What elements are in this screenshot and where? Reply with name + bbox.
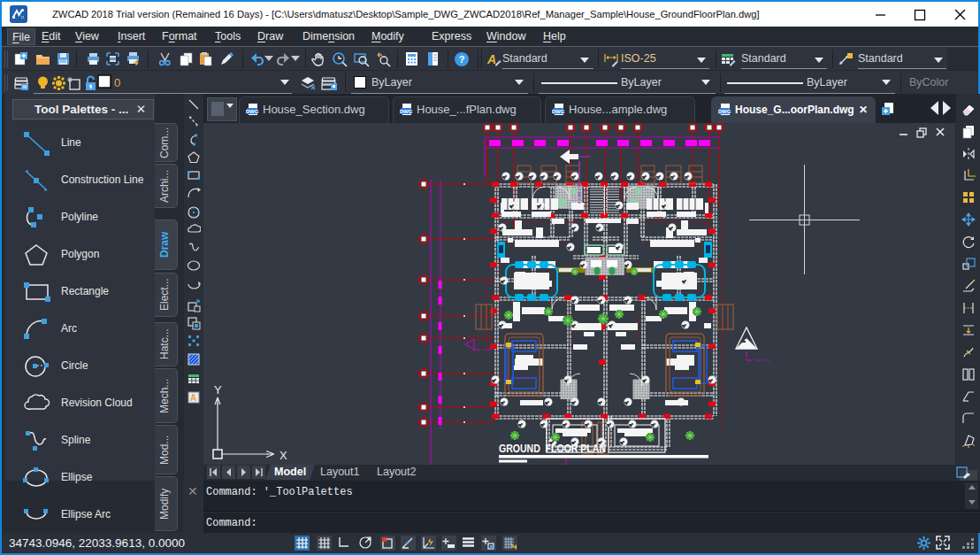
svg-text:?: ? xyxy=(459,54,465,65)
svg-text:Y: Y xyxy=(214,383,222,397)
svg-text:X: X xyxy=(279,449,287,462)
svg-text:DWG: DWG xyxy=(552,109,565,114)
svg-text:A: A xyxy=(486,52,496,66)
svg-text:DWG: DWG xyxy=(718,109,731,114)
svg-text:DWG: DWG xyxy=(246,109,259,114)
svg-text:GROUND FLOOR PLAN: GROUND FLOOR PLAN xyxy=(499,443,606,455)
svg-text:A: A xyxy=(190,393,196,403)
svg-text:DWG: DWG xyxy=(400,109,413,114)
